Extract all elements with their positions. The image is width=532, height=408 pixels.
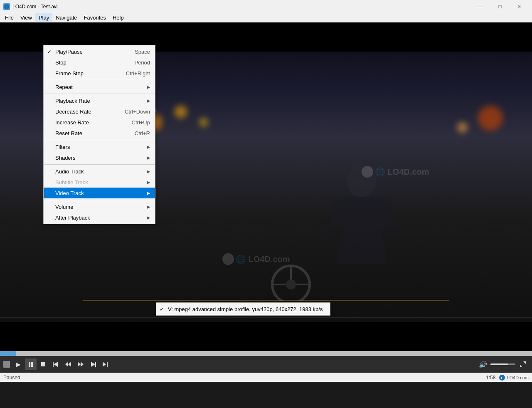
- sep-3: [44, 140, 155, 140]
- menu-view[interactable]: View: [17, 13, 35, 22]
- menu-repeat[interactable]: Repeat ▶: [44, 82, 155, 92]
- frame-step-shortcut: Ctrl+Right: [126, 70, 150, 77]
- prev-chapter-button[interactable]: [50, 359, 62, 370]
- volume-arrow: ▶: [147, 204, 150, 210]
- menu-navigate[interactable]: Navigate: [52, 13, 80, 22]
- rewind-button[interactable]: [62, 359, 74, 370]
- subtitle-track-label: Subtitle Track: [55, 179, 147, 185]
- audio-track-arrow: ▶: [147, 169, 150, 174]
- menu-shaders[interactable]: Shaders ▶: [44, 152, 155, 163]
- svg-marker-12: [54, 362, 58, 367]
- letterbox-bottom: [0, 322, 532, 351]
- menu-play-pause[interactable]: ✓ Play/Pause Space: [44, 46, 155, 57]
- svg-point-4: [286, 279, 296, 289]
- pause-button[interactable]: [25, 359, 37, 370]
- status-logo: L LO4D.com: [499, 374, 529, 381]
- menu-reset-rate[interactable]: Reset Rate Ctrl+R: [44, 128, 155, 138]
- next-chapter-button[interactable]: [87, 359, 99, 370]
- video-area[interactable]: 🌐 LO4D.com 🌐 LO4D.com 🌐 LO4D.com ✓ Play/…: [0, 22, 532, 351]
- menu-subtitle-track: Subtitle Track ▶: [44, 177, 155, 188]
- decrease-rate-shortcut: Ctrl+Down: [125, 109, 150, 115]
- minimize-button[interactable]: —: [471, 0, 490, 13]
- close-button[interactable]: ✕: [510, 0, 529, 13]
- controls-bar: ▶: [0, 356, 532, 373]
- menu-filters[interactable]: Filters ▶: [44, 141, 155, 152]
- volume-button[interactable]: 🔊: [477, 359, 489, 370]
- shaders-arrow: ▶: [147, 155, 150, 161]
- play-pause-shortcut: Space: [135, 49, 150, 55]
- menu-file[interactable]: File: [2, 13, 17, 22]
- menu-audio-track[interactable]: Audio Track ▶: [44, 166, 155, 177]
- after-playback-label: After Playback: [55, 215, 147, 221]
- frame-step-button[interactable]: [100, 359, 111, 370]
- stop-shortcut: Period: [134, 59, 150, 66]
- repeat-arrow: ▶: [147, 84, 150, 90]
- svg-text:L: L: [6, 5, 8, 9]
- status-logo-text: LO4D.com: [507, 375, 529, 380]
- volume-slider[interactable]: [490, 363, 515, 365]
- playback-rate-arrow: ▶: [147, 98, 150, 104]
- sep-2: [44, 94, 155, 94]
- video-track-label: Video Track: [55, 190, 147, 196]
- fast-forward-button[interactable]: [75, 359, 86, 370]
- statusbar: Paused 1:58 L LO4D.com: [0, 373, 532, 382]
- menu-help[interactable]: Help: [109, 13, 127, 22]
- play-pause-check: ✓: [47, 49, 52, 55]
- sep-4: [44, 164, 155, 165]
- menu-playback-rate[interactable]: Playback Rate ▶: [44, 95, 155, 106]
- car-interior: [249, 260, 332, 301]
- road-line: [0, 317, 532, 318]
- repeat-label: Repeat: [55, 84, 147, 90]
- decrease-rate-label: Decrease Rate: [55, 109, 116, 115]
- increase-rate-shortcut: Ctrl+Up: [132, 119, 150, 126]
- svg-marker-14: [68, 362, 71, 367]
- svg-rect-17: [95, 362, 96, 367]
- bokeh-light: [478, 106, 503, 131]
- volume-area: 🔊: [477, 359, 529, 370]
- play-dropdown-menu: ✓ Play/Pause Space Stop Period Frame Ste…: [43, 45, 155, 224]
- shaders-label: Shaders: [55, 155, 147, 161]
- watermark-2: 🌐 LO4D.com: [362, 166, 429, 178]
- menubar: File View Play Navigate Favorites Help: [0, 13, 532, 22]
- menu-video-track[interactable]: Video Track ▶ ✓ V: mpeg4 advanced simple…: [44, 188, 155, 198]
- reset-rate-label: Reset Rate: [55, 130, 126, 136]
- svg-marker-19: [103, 362, 106, 367]
- svg-marker-18: [91, 362, 95, 367]
- play-pause-label: Play/Pause: [55, 49, 126, 55]
- menu-after-playback[interactable]: After Playback ▶: [44, 212, 155, 223]
- after-playback-arrow: ▶: [147, 215, 150, 220]
- svg-rect-10: [41, 362, 45, 366]
- video-track-option-1[interactable]: ✓ V: mpeg4 advanced simple profile, yuv4…: [156, 304, 330, 314]
- menu-favorites[interactable]: Favorites: [81, 13, 109, 22]
- time-display: 1:58: [486, 375, 495, 381]
- progress-bar-area[interactable]: [0, 351, 532, 356]
- video-track-check: ✓: [160, 306, 164, 312]
- svg-text:L: L: [501, 376, 503, 380]
- sep-5: [44, 200, 155, 200]
- svg-marker-22: [523, 361, 526, 364]
- sep-1: [44, 80, 155, 80]
- stop-button[interactable]: [37, 359, 49, 370]
- increase-rate-label: Increase Rate: [55, 119, 123, 126]
- reset-rate-shortcut: Ctrl+R: [135, 130, 150, 136]
- menu-increase-rate[interactable]: Increase Rate Ctrl+Up: [44, 117, 155, 128]
- volume-fill: [490, 363, 508, 365]
- menu-stop[interactable]: Stop Period: [44, 57, 155, 68]
- video-track-submenu: ✓ V: mpeg4 advanced simple profile, yuv4…: [156, 302, 330, 316]
- filters-label: Filters: [55, 144, 147, 150]
- expand-button[interactable]: [517, 359, 529, 370]
- play-button[interactable]: ▶: [12, 359, 24, 370]
- stop-label: Stop: [55, 59, 126, 66]
- app-icon: L: [3, 3, 10, 10]
- filters-arrow: ▶: [147, 144, 150, 150]
- video-track-arrow: ▶: [147, 190, 150, 196]
- watermark-3: 🌐 LO4D.com: [222, 253, 290, 265]
- svg-marker-16: [81, 362, 84, 367]
- menu-decrease-rate[interactable]: Decrease Rate Ctrl+Down: [44, 106, 155, 117]
- menu-volume[interactable]: Volume ▶: [44, 201, 155, 212]
- svg-marker-21: [520, 365, 522, 367]
- menu-frame-step[interactable]: Frame Step Ctrl+Right: [44, 68, 155, 79]
- bokeh-light: [457, 122, 468, 133]
- maximize-button[interactable]: □: [490, 0, 510, 13]
- menu-play[interactable]: Play: [35, 13, 52, 22]
